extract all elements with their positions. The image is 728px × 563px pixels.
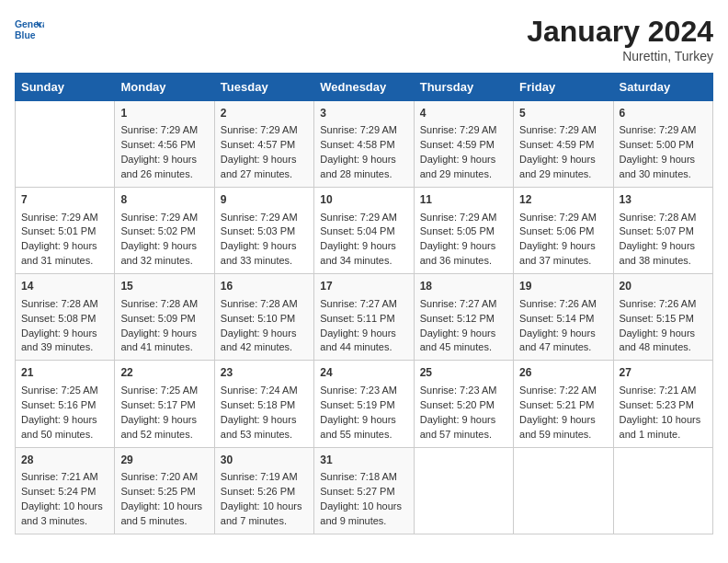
calendar-cell: 5Sunrise: 7:29 AMSunset: 4:59 PMDaylight…	[514, 101, 613, 188]
daylight-text: Daylight: 9 hours and 26 minutes.	[120, 154, 197, 179]
daylight-text: Daylight: 9 hours and 36 minutes.	[420, 240, 496, 266]
daylight-text: Daylight: 9 hours and 42 minutes.	[221, 327, 297, 353]
daylight-text: Daylight: 9 hours and 29 minutes.	[519, 154, 596, 179]
sunset-text: Sunset: 5:20 PM	[420, 399, 495, 410]
sunrise-text: Sunrise: 7:29 AM	[620, 124, 697, 135]
calendar-cell	[613, 447, 712, 534]
daylight-text: Daylight: 10 hours and 7 minutes.	[221, 500, 302, 526]
day-number: 31	[320, 453, 407, 468]
sunrise-text: Sunrise: 7:27 AM	[320, 298, 397, 309]
sunrise-text: Sunrise: 7:26 AM	[620, 298, 697, 309]
sunset-text: Sunset: 5:02 PM	[120, 225, 195, 236]
daylight-text: Daylight: 9 hours and 44 minutes.	[320, 327, 396, 353]
day-number: 11	[420, 192, 507, 208]
sunrise-text: Sunrise: 7:26 AM	[519, 298, 597, 309]
daylight-text: Daylight: 9 hours and 48 minutes.	[620, 327, 696, 353]
day-number: 12	[519, 192, 607, 208]
day-number: 14	[21, 279, 108, 294]
day-number: 23	[221, 365, 308, 381]
calendar-cell: 13Sunrise: 7:28 AMSunset: 5:07 PMDayligh…	[613, 188, 712, 274]
calendar-cell: 20Sunrise: 7:26 AMSunset: 5:15 PMDayligh…	[613, 274, 712, 361]
calendar-cell	[514, 447, 613, 534]
column-header-thursday: Thursday	[414, 74, 513, 101]
calendar-cell: 4Sunrise: 7:29 AMSunset: 4:59 PMDaylight…	[414, 101, 513, 188]
sunset-text: Sunset: 5:25 PM	[120, 486, 195, 497]
sunset-text: Sunset: 5:18 PM	[221, 399, 295, 410]
sunset-text: Sunset: 5:21 PM	[519, 399, 594, 410]
day-number: 17	[320, 279, 407, 294]
daylight-text: Daylight: 9 hours and 28 minutes.	[320, 154, 396, 179]
calendar-cell: 21Sunrise: 7:25 AMSunset: 5:16 PMDayligh…	[16, 361, 115, 447]
day-number: 13	[620, 192, 707, 208]
sunset-text: Sunset: 4:59 PM	[420, 139, 495, 150]
sunrise-text: Sunrise: 7:29 AM	[120, 212, 198, 223]
calendar-cell	[16, 101, 115, 188]
calendar-cell: 15Sunrise: 7:28 AMSunset: 5:09 PMDayligh…	[115, 274, 214, 361]
sunset-text: Sunset: 5:04 PM	[320, 225, 394, 236]
calendar-cell: 18Sunrise: 7:27 AMSunset: 5:12 PMDayligh…	[414, 274, 513, 361]
sunset-text: Sunset: 5:19 PM	[320, 399, 394, 410]
sunrise-text: Sunrise: 7:28 AM	[120, 298, 198, 309]
calendar-cell	[414, 447, 513, 534]
daylight-text: Daylight: 9 hours and 41 minutes.	[120, 327, 197, 353]
sunset-text: Sunset: 5:23 PM	[620, 399, 694, 410]
week-row-3: 14Sunrise: 7:28 AMSunset: 5:08 PMDayligh…	[16, 274, 713, 361]
day-number: 28	[21, 453, 108, 468]
column-header-wednesday: Wednesday	[314, 74, 414, 101]
day-number: 15	[120, 279, 208, 294]
day-number: 1	[120, 106, 208, 121]
day-number: 9	[221, 192, 308, 208]
day-number: 7	[21, 192, 108, 208]
calendar-cell: 30Sunrise: 7:19 AMSunset: 5:26 PMDayligh…	[214, 447, 313, 534]
daylight-text: Daylight: 10 hours and 9 minutes.	[320, 500, 402, 526]
daylight-text: Daylight: 9 hours and 59 minutes.	[519, 414, 596, 440]
calendar-cell: 12Sunrise: 7:29 AMSunset: 5:06 PMDayligh…	[514, 188, 613, 274]
sunrise-text: Sunrise: 7:24 AM	[221, 385, 298, 396]
calendar-cell: 10Sunrise: 7:29 AMSunset: 5:04 PMDayligh…	[314, 188, 414, 274]
day-number: 16	[221, 279, 308, 294]
sunset-text: Sunset: 5:11 PM	[320, 313, 394, 324]
daylight-text: Daylight: 9 hours and 34 minutes.	[320, 240, 396, 266]
daylight-text: Daylight: 9 hours and 30 minutes.	[620, 154, 696, 179]
calendar-cell: 3Sunrise: 7:29 AMSunset: 4:58 PMDaylight…	[314, 101, 414, 188]
calendar-cell: 2Sunrise: 7:29 AMSunset: 4:57 PMDaylight…	[214, 101, 313, 188]
page-header: General Blue January 2024 Nurettin, Turk…	[15, 15, 713, 63]
calendar-cell: 8Sunrise: 7:29 AMSunset: 5:02 PMDaylight…	[115, 188, 214, 274]
daylight-text: Daylight: 9 hours and 29 minutes.	[420, 154, 496, 179]
daylight-text: Daylight: 9 hours and 45 minutes.	[420, 327, 496, 353]
svg-text:Blue: Blue	[15, 30, 36, 40]
daylight-text: Daylight: 9 hours and 33 minutes.	[221, 240, 297, 266]
daylight-text: Daylight: 9 hours and 37 minutes.	[519, 240, 596, 266]
sunset-text: Sunset: 5:08 PM	[21, 313, 96, 324]
sunrise-text: Sunrise: 7:28 AM	[620, 212, 697, 223]
calendar-table: SundayMondayTuesdayWednesdayThursdayFrid…	[15, 73, 713, 534]
sunset-text: Sunset: 5:05 PM	[420, 225, 495, 236]
sunset-text: Sunset: 5:24 PM	[21, 486, 96, 497]
sunset-text: Sunset: 5:16 PM	[21, 399, 96, 410]
sunrise-text: Sunrise: 7:29 AM	[120, 124, 198, 135]
day-number: 21	[21, 365, 108, 381]
sunset-text: Sunset: 5:00 PM	[620, 139, 694, 150]
header-row: SundayMondayTuesdayWednesdayThursdayFrid…	[16, 74, 713, 101]
day-number: 5	[519, 106, 607, 121]
daylight-text: Daylight: 9 hours and 50 minutes.	[21, 414, 97, 440]
daylight-text: Daylight: 9 hours and 57 minutes.	[420, 414, 496, 440]
sunrise-text: Sunrise: 7:29 AM	[320, 212, 397, 223]
sunrise-text: Sunrise: 7:25 AM	[21, 385, 98, 396]
sunset-text: Sunset: 5:26 PM	[221, 486, 295, 497]
day-number: 6	[620, 106, 707, 121]
day-number: 25	[420, 365, 507, 381]
calendar-cell: 24Sunrise: 7:23 AMSunset: 5:19 PMDayligh…	[314, 361, 414, 447]
column-header-sunday: Sunday	[16, 74, 115, 101]
sunset-text: Sunset: 5:06 PM	[519, 225, 594, 236]
sunrise-text: Sunrise: 7:21 AM	[21, 471, 98, 482]
daylight-text: Daylight: 10 hours and 3 minutes.	[21, 500, 103, 526]
daylight-text: Daylight: 9 hours and 27 minutes.	[221, 154, 297, 179]
sunset-text: Sunset: 5:17 PM	[120, 399, 195, 410]
day-number: 30	[221, 453, 308, 468]
calendar-cell: 31Sunrise: 7:18 AMSunset: 5:27 PMDayligh…	[314, 447, 414, 534]
column-header-tuesday: Tuesday	[214, 74, 313, 101]
sunset-text: Sunset: 5:07 PM	[620, 225, 694, 236]
day-number: 4	[420, 106, 507, 121]
day-number: 8	[120, 192, 208, 208]
